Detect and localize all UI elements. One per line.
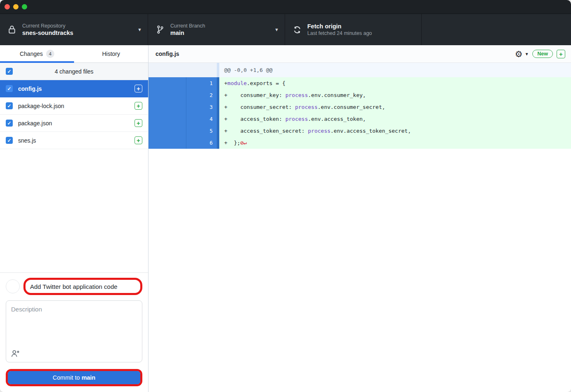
code-line: + access_token_secret: process.env.acces… — [219, 125, 571, 137]
sync-icon — [292, 25, 302, 34]
old-line-number-gutter[interactable] — [149, 137, 186, 149]
toolbar-empty-area — [422, 14, 571, 45]
file-name: package-lock.json — [18, 103, 135, 109]
chevron-down-icon: ▼ — [525, 52, 529, 56]
commit-description-field[interactable]: Description — [6, 300, 142, 362]
old-line-number-gutter[interactable] — [149, 101, 186, 113]
diff-options-dropdown[interactable]: ⚙ ▼ — [515, 50, 529, 58]
toolbar: Current Repository snes-soundtracks ▼ Cu… — [0, 14, 571, 45]
diff-lines: 1+module.exports = {2+ consumer_key: pro… — [149, 77, 571, 149]
new-line-number[interactable]: 2 — [186, 89, 219, 101]
file-added-status-icon: + — [135, 102, 142, 110]
hunk-header-text: @@ -0,0 +1,6 @@ — [219, 63, 571, 77]
fetch-origin-button[interactable]: Fetch origin Last fetched 24 minutes ago — [285, 14, 422, 45]
diff-added-line[interactable]: 2+ consumer_key: process.env.consumer_ke… — [149, 89, 571, 101]
file-added-status-icon: + — [135, 119, 142, 127]
old-line-number-gutter[interactable] — [149, 125, 186, 137]
summary-annotation-highlight: Add Twitter bot application code — [23, 278, 142, 295]
changed-files-header: ✓ 4 changed files — [0, 63, 148, 80]
file-name: config.js — [18, 85, 135, 92]
file-status-badge: New — [532, 50, 553, 58]
file-name: package.json — [18, 120, 135, 127]
code-line: +module.exports = { — [219, 77, 571, 89]
minimize-window-button[interactable] — [13, 4, 19, 9]
file-name: snes.js — [18, 137, 135, 144]
add-coauthor-icon[interactable] — [11, 350, 20, 357]
new-line-number[interactable]: 6 — [186, 137, 219, 149]
diff-added-line[interactable]: 1+module.exports = { — [149, 77, 571, 89]
file-row[interactable]: ✓snes.js+ — [0, 132, 148, 149]
chevron-down-icon: ▼ — [274, 27, 279, 32]
diff-panel: config.js ⚙ ▼ New + @@ -0,0 +1,6 @@ 1+mo… — [149, 45, 571, 392]
hunk-header-row: @@ -0,0 +1,6 @@ — [149, 63, 571, 77]
commit-area: Add Twitter bot application code Descrip… — [0, 272, 148, 392]
new-line-number[interactable]: 4 — [186, 113, 219, 125]
commit-to-main-button[interactable]: Commit to main — [8, 371, 140, 384]
diff-file-title: config.js — [156, 51, 515, 57]
file-list: ✓config.js+✓package-lock.json+✓package.j… — [0, 80, 148, 149]
diff-added-line[interactable]: 4+ access_token: process.env.access_toke… — [149, 113, 571, 125]
old-line-number-gutter[interactable] — [149, 113, 186, 125]
file-row[interactable]: ✓package.json+ — [0, 115, 148, 132]
diff-view: @@ -0,0 +1,6 @@ 1+module.exports = {2+ c… — [149, 63, 571, 392]
diff-header: config.js ⚙ ▼ New + — [149, 45, 571, 63]
changed-files-summary: 4 changed files — [0, 68, 148, 75]
code-line: + };⊘↵ — [219, 137, 571, 149]
description-placeholder: Description — [11, 306, 137, 313]
fetch-origin-title: Fetch origin — [307, 23, 415, 30]
old-line-number-gutter[interactable] — [149, 89, 186, 101]
code-line: + consumer_secret: process.env.consumer_… — [219, 101, 571, 113]
diff-added-line[interactable]: 5+ access_token_secret: process.env.acce… — [149, 125, 571, 137]
file-row[interactable]: ✓package-lock.json+ — [0, 97, 148, 115]
changes-sidebar: Changes 4 History ✓ 4 changed files ✓con… — [0, 45, 149, 392]
titlebar — [0, 0, 571, 14]
code-line: + access_token: process.env.access_token… — [219, 113, 571, 125]
new-line-number[interactable]: 1 — [186, 77, 219, 89]
file-checkbox[interactable]: ✓ — [6, 137, 13, 144]
tab-changes-label: Changes — [20, 51, 43, 57]
current-repository-label: Current Repository — [22, 23, 134, 29]
commit-button-branch: main — [81, 374, 95, 381]
changes-count-badge: 4 — [46, 50, 54, 58]
current-branch-label: Current Branch — [170, 23, 271, 29]
file-checkbox[interactable]: ✓ — [6, 102, 13, 109]
file-row[interactable]: ✓config.js+ — [0, 80, 148, 97]
file-checkbox[interactable]: ✓ — [6, 120, 13, 127]
file-added-status-icon: + — [135, 136, 142, 144]
tab-changes[interactable]: Changes 4 — [0, 45, 74, 62]
github-desktop-window: Current Repository snes-soundtracks ▼ Cu… — [0, 0, 571, 392]
new-line-number[interactable]: 3 — [186, 101, 219, 113]
tab-history[interactable]: History — [74, 45, 148, 62]
lock-icon — [7, 25, 16, 34]
avatar — [6, 279, 20, 293]
diff-added-line[interactable]: 6+ };⊘↵ — [149, 137, 571, 149]
commit-button-annotation-highlight: Commit to main — [6, 369, 142, 386]
zoom-window-button[interactable] — [22, 4, 27, 9]
current-repository-value: snes-soundtracks — [22, 30, 134, 36]
current-repository-dropdown[interactable]: Current Repository snes-soundtracks ▼ — [0, 14, 148, 45]
close-window-button[interactable] — [5, 4, 10, 9]
code-line: + consumer_key: process.env.consumer_key… — [219, 89, 571, 101]
gear-icon: ⚙ — [515, 50, 523, 58]
sidebar-empty-area — [0, 149, 148, 272]
current-branch-dropdown[interactable]: Current Branch main ▼ — [148, 14, 285, 45]
diff-added-line[interactable]: 3+ consumer_secret: process.env.consumer… — [149, 101, 571, 113]
chevron-down-icon: ▼ — [137, 27, 142, 32]
add-file-icon[interactable]: + — [557, 50, 565, 58]
commit-summary-input[interactable]: Add Twitter bot application code — [26, 283, 122, 290]
sidebar-tabs: Changes 4 History — [0, 45, 148, 63]
file-added-status-icon: + — [135, 85, 142, 92]
new-line-number[interactable]: 5 — [186, 125, 219, 137]
fetch-origin-subtitle: Last fetched 24 minutes ago — [307, 30, 415, 36]
file-checkbox[interactable]: ✓ — [6, 85, 13, 92]
current-branch-value: main — [170, 30, 271, 36]
old-line-number-gutter[interactable] — [149, 77, 186, 89]
tab-history-label: History — [102, 51, 120, 57]
commit-button-prefix: Commit to — [53, 374, 81, 381]
git-branch-icon — [156, 25, 165, 34]
